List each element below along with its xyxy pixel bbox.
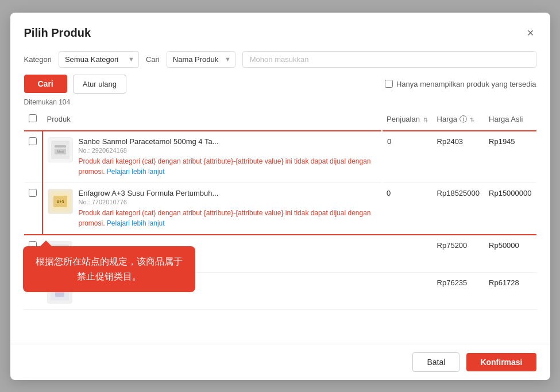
available-only-label: Hanya menampilkan produk yang tersedia [396,80,536,88]
batal-button[interactable]: Batal [412,352,459,372]
penjualan-cell-2: 0 [382,183,432,235]
penjualan-cell-4 [382,272,432,309]
konfirmasi-button[interactable]: Konfirmasi [466,353,536,371]
cari-label: Cari [146,55,160,64]
product-info-2: Enfagrow A+3 Susu Formula Pertumbuh... N… [79,189,378,228]
product-name-2: Enfagrow A+3 Susu Formula Pertumbuh... [79,189,378,197]
learn-link-1[interactable]: Pelajari lebih lanjut [107,168,165,176]
penjualan-header[interactable]: Penjualan ⇅ [382,108,432,131]
harga-cell-2: Rp18525000 [432,183,484,235]
tooltip-bubble: 根据您所在站点的规定，该商品属于禁止促销类目。 [23,246,195,292]
search-type-wrapper: Nama Produk ▼ [167,51,235,68]
harga-header[interactable]: Harga ⓘ ⇅ [432,108,484,131]
learn-link-2[interactable]: Pelajari lebih lanjut [107,219,165,227]
kategori-label: Kategori [24,55,52,64]
harga-cell-4: Rp76235 [432,272,484,309]
product-no-1: No.: 2920624168 [79,147,377,154]
product-info-3 [78,241,378,242]
harga-asli-cell-4: Rp61728 [484,272,536,309]
penjualan-cell-1: 0 [382,131,432,183]
product-no-2: No.: 7702010776 [79,199,378,205]
harga-asli-cell-2: Rp15000000 [484,183,536,235]
svg-rect-1 [55,145,66,148]
product-info-1: Sanbe Sanmol Paracetamol 500mg 4 Ta... N… [79,137,377,177]
modal-title: Pilih Produk [24,26,91,40]
sort-icon-penjualan: ⇅ [423,117,428,123]
product-cell-2: A+3 Enfagrow A+3 Susu Formula Pertumbuh.… [43,183,383,235]
penjualan-cell-3 [382,235,432,273]
table-container[interactable]: Produk Penjualan ⇅ Harga ⓘ ⇅ Harga Asli [15,108,546,344]
search-type-select[interactable]: Nama Produk [167,51,235,68]
modal: Pilih Produk × Kategori Semua Kategori ▼… [10,13,550,380]
row-checkbox-1[interactable] [29,137,37,145]
tooltip-text: 根据您所在站点的规定，该商品属于禁止促销类目。 [36,257,183,281]
sort-icon-harga: ⇅ [470,117,474,123]
cari-button[interactable]: Cari [24,75,67,93]
table-header-row: Produk Penjualan ⇅ Harga ⓘ ⇅ Harga Asli [24,108,536,131]
harga-asli-cell-3: Rp50000 [484,235,536,273]
product-name-1: Sanbe Sanmol Paracetamol 500mg 4 Ta... [79,137,377,146]
action-left: Cari Atur ulang [24,75,127,94]
harga-cell-3: Rp75200 [432,235,484,273]
harga-cell-1: Rp2403 [432,131,484,183]
table-row[interactable]: A+3 Enfagrow A+3 Susu Formula Pertumbuh.… [24,183,536,235]
search-input[interactable] [242,51,536,68]
table-row[interactable]: Med Sanbe Sanmol Paracetamol 500mg 4 Ta.… [24,131,536,183]
found-count: Ditemukan 104 [10,94,550,108]
available-only-checkbox-label[interactable]: Hanya menampilkan produk yang tersedia [385,80,536,88]
action-row: Cari Atur ulang Hanya menampilkan produk… [10,68,550,94]
close-button[interactable]: × [525,24,536,42]
select-all-header[interactable] [24,108,43,131]
available-only-checkbox[interactable] [385,80,393,88]
harga-asli-header: Harga Asli [484,108,536,131]
row-checkbox-cell[interactable] [24,131,43,183]
row-checkbox-cell-2[interactable] [24,183,43,235]
product-col-2: A+3 Enfagrow A+3 Susu Formula Pertumbuh.… [48,189,378,228]
kategori-select[interactable]: Semua Kategori [59,51,139,68]
select-all-checkbox[interactable] [29,114,37,122]
product-warning-1: Produk dari kategori (cat) dengan atribu… [79,156,377,177]
product-image-2: A+3 [48,189,73,214]
row-checkbox-2[interactable] [29,189,37,197]
product-cell-1: Med Sanbe Sanmol Paracetamol 500mg 4 Ta.… [43,131,383,183]
filter-row: Kategori Semua Kategori ▼ Cari Nama Prod… [10,42,550,68]
product-col-1: Med Sanbe Sanmol Paracetamol 500mg 4 Ta.… [48,137,377,177]
modal-overlay: Pilih Produk × Kategori Semua Kategori ▼… [0,0,560,392]
product-warning-2: Produk dari kategori (cat) dengan atribu… [79,208,378,228]
reset-button[interactable]: Atur ulang [73,75,126,94]
kategori-select-wrapper: Semua Kategori ▼ [59,51,139,68]
svg-text:Med: Med [57,150,64,153]
product-image-1: Med [48,137,73,162]
produk-header: Produk [43,108,383,131]
modal-footer: Batal Konfirmasi [10,344,550,380]
modal-header: Pilih Produk × [10,13,550,42]
harga-asli-cell-1: Rp1945 [484,131,536,183]
svg-text:A+3: A+3 [56,200,64,204]
